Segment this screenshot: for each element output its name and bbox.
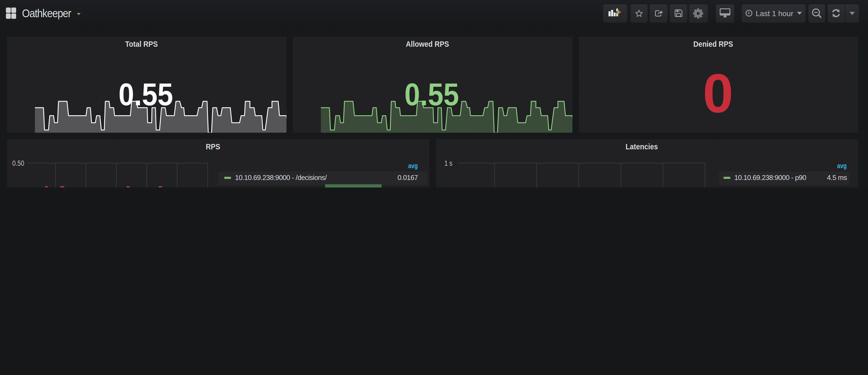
svg-text:1 s: 1 s (444, 159, 452, 167)
svg-text:0.50: 0.50 (12, 159, 24, 167)
svg-text:0.40: 0.40 (12, 187, 24, 187)
